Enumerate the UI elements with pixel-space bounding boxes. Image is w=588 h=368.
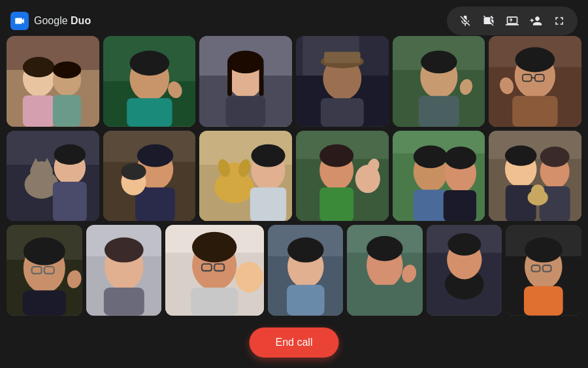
svg-rect-3	[23, 95, 55, 127]
video-tile-19	[506, 225, 581, 316]
svg-rect-137	[524, 286, 563, 316]
video-tile-15	[165, 225, 263, 316]
video-tile-8	[103, 131, 196, 222]
svg-rect-78	[414, 190, 448, 222]
svg-point-92	[540, 146, 570, 167]
svg-point-110	[235, 262, 263, 293]
logo-text: Google Duo	[34, 15, 91, 27]
mute-mic-button[interactable]	[455, 10, 476, 31]
toolbar	[447, 7, 578, 35]
svg-point-138	[525, 238, 563, 263]
google-duo-logo-icon	[10, 12, 29, 30]
mic-off-icon	[459, 14, 472, 27]
svg-point-111	[192, 232, 237, 263]
svg-point-105	[105, 238, 144, 263]
mute-video-button[interactable]	[478, 10, 499, 31]
svg-point-57	[121, 163, 146, 180]
svg-point-82	[444, 146, 476, 169]
video-tile-7	[7, 131, 99, 222]
svg-point-12	[129, 51, 169, 76]
svg-rect-104	[103, 288, 144, 316]
video-tile-4	[296, 36, 389, 127]
svg-point-90	[531, 184, 545, 197]
svg-rect-55	[135, 187, 175, 221]
video-grid	[7, 36, 581, 316]
svg-rect-117	[287, 285, 325, 316]
svg-point-58	[137, 144, 172, 167]
video-tile-6	[489, 36, 581, 127]
person-add-icon	[529, 14, 542, 27]
svg-point-7	[53, 61, 81, 78]
end-call-button[interactable]: End call	[250, 327, 339, 358]
product-name: Duo	[71, 15, 91, 26]
svg-point-74	[319, 144, 353, 167]
svg-rect-96	[23, 291, 66, 316]
add-people-button[interactable]	[525, 10, 546, 31]
svg-rect-5	[53, 95, 81, 127]
svg-rect-109	[191, 288, 238, 316]
svg-point-38	[515, 47, 555, 72]
screen-share-icon	[506, 14, 519, 27]
duo-icon	[14, 15, 25, 27]
svg-point-97	[24, 238, 65, 266]
svg-point-81	[414, 145, 448, 168]
svg-rect-50	[53, 182, 87, 222]
svg-point-32	[421, 51, 457, 74]
video-tile-2	[103, 36, 196, 127]
fullscreen-icon	[553, 14, 566, 27]
svg-rect-37	[513, 96, 558, 127]
grid-row-2	[7, 131, 581, 222]
grid-row-1	[7, 36, 581, 127]
svg-point-133	[448, 233, 481, 256]
svg-rect-25	[321, 98, 364, 126]
svg-point-118	[287, 238, 323, 263]
svg-point-91	[505, 145, 537, 165]
logo-area: Google Duo	[10, 12, 91, 30]
svg-point-51	[54, 144, 86, 164]
video-tile-9	[199, 131, 292, 222]
svg-rect-19	[227, 62, 232, 96]
grid-row-3	[7, 225, 581, 316]
svg-rect-27	[324, 52, 360, 63]
header: Google Duo	[0, 0, 588, 42]
video-tile-1	[7, 36, 99, 127]
svg-rect-122	[366, 285, 404, 316]
video-tile-12	[489, 131, 581, 222]
video-tile-3	[199, 36, 292, 127]
video-tile-14	[86, 225, 162, 316]
video-tile-18	[427, 225, 502, 316]
svg-rect-17	[226, 96, 266, 127]
svg-point-6	[23, 57, 55, 77]
video-tile-16	[268, 225, 344, 316]
video-tile-11	[393, 131, 485, 222]
video-tile-17	[347, 225, 423, 316]
screen-share-button[interactable]	[502, 10, 523, 31]
svg-rect-20	[259, 62, 264, 96]
video-tile-5	[393, 36, 485, 127]
video-off-icon	[482, 14, 495, 27]
end-call-container: End call	[250, 327, 339, 358]
svg-rect-11	[127, 98, 172, 126]
fullscreen-button[interactable]	[549, 10, 570, 31]
svg-rect-66	[250, 187, 286, 221]
svg-point-123	[367, 236, 402, 261]
svg-point-18	[227, 51, 263, 74]
svg-rect-71	[319, 187, 353, 221]
svg-point-67	[252, 144, 286, 167]
video-tile-10	[296, 131, 389, 222]
svg-rect-80	[443, 190, 476, 222]
video-tile-13	[7, 225, 82, 316]
svg-rect-31	[418, 96, 459, 127]
